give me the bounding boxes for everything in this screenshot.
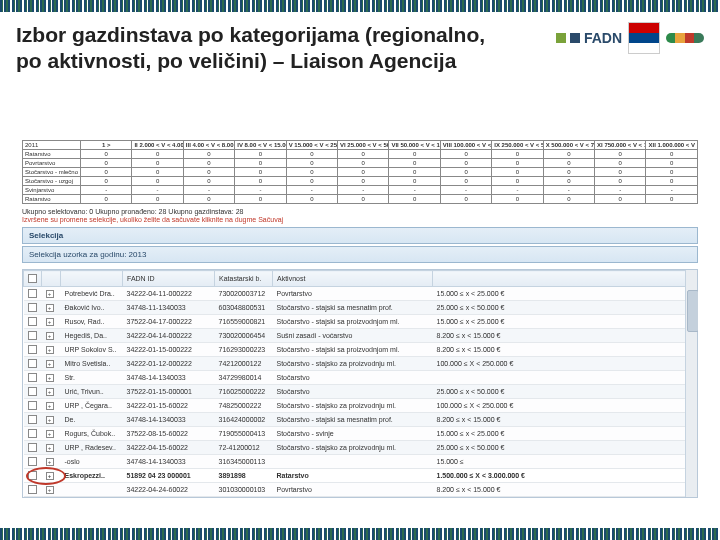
summary-col-header: III 4.00 < V < 8.00 € [183,141,234,150]
summary-row-label: Stočarstvo - uzgoj [23,177,81,186]
col-checkbox[interactable] [24,271,42,287]
row-checkbox[interactable] [24,441,42,455]
row-checkbox[interactable] [24,371,42,385]
summary-cell: 0 [286,195,337,204]
summary-cell: 0 [646,168,698,177]
col-aktivnost[interactable]: Aktivnost [273,271,433,287]
row-checkbox[interactable] [24,455,42,469]
row-expand[interactable]: + [42,399,61,413]
table-row[interactable]: +Hegediš, Da..34222-04-14-00022273002000… [24,329,697,343]
table-row[interactable]: +-oslo34748-14-134003331634500011315.000… [24,455,697,469]
row-expand[interactable]: + [42,329,61,343]
summary-cell: - [338,186,389,195]
summary-row: Svinjarstvo------------ [23,186,698,195]
col-fadn-id[interactable]: FADN ID [123,271,215,287]
summary-row-label: Ratarstvo [23,195,81,204]
table-row[interactable]: +URP , Čegara..34222-01-15-6002274825000… [24,399,697,413]
summary-cell: 0 [595,159,646,168]
summary-cell: - [389,186,440,195]
summary-cell: 0 [286,159,337,168]
table-row[interactable]: +URP , Radesev..34222-04-15-6002272-4120… [24,441,697,455]
summary-cell: 0 [338,177,389,186]
row-expand[interactable]: + [42,287,61,301]
selection-grid: FADN ID Katastarski b. Aktivnost +Potreb… [22,269,698,498]
cell-katastar: 730020003712 [215,287,273,301]
table-row[interactable]: +Str.34748-14-134003334729980014Stočarst… [24,371,697,385]
row-expand[interactable]: + [42,413,61,427]
cell-katastar: 316424000002 [215,413,273,427]
cell-katastar: 74212000122 [215,357,273,371]
summary-col-header: IX 250.000 < V < 500.000 € [492,141,543,150]
row-checkbox[interactable] [24,427,42,441]
row-expand[interactable]: + [42,315,61,329]
selection-panel-header: Selekcija [22,227,698,244]
summary-cell: 0 [492,195,543,204]
summary-cell: 0 [132,168,183,177]
row-checkbox[interactable] [24,413,42,427]
table-row[interactable]: +De.34748-14-1340033316424000002Stočarst… [24,413,697,427]
summary-cell: 0 [389,168,440,177]
table-row[interactable]: +Rogurs, Čubok..37522-08-15-600227190550… [24,427,697,441]
vertical-scrollbar[interactable] [685,270,697,497]
cell-aktivnost: Ratarstvo [273,469,433,483]
selection-grid-header: FADN ID Katastarski b. Aktivnost [24,271,697,287]
table-row[interactable]: +Eskropezzi..51892 04 23 0000013891898Ra… [24,469,697,483]
summary-cell: - [81,186,132,195]
row-checkbox[interactable] [24,301,42,315]
row-checkbox[interactable] [24,469,42,483]
summary-cell: 0 [646,159,698,168]
row-expand[interactable]: + [42,441,61,455]
summary-cell: 0 [492,150,543,159]
summary-cell: 0 [235,159,286,168]
row-expand[interactable]: + [42,343,61,357]
table-row[interactable]: +URP Sokolov S..34222-01-15-000222716293… [24,343,697,357]
row-expand[interactable]: + [42,455,61,469]
table-row[interactable]: +34222-04-24-60022301030000103Povrtarstv… [24,483,697,497]
col-expand [42,271,61,287]
table-row[interactable]: +Rusov, Rad..37522-04-17-000222716559000… [24,315,697,329]
cell-velicina: 25.000 ≤ x < 50.000 € [433,441,697,455]
cell-name: Urić, Trivun.. [61,385,123,399]
cell-aktivnost: Povrtarstvo [273,483,433,497]
summary-cell: - [132,186,183,195]
row-checkbox[interactable] [24,357,42,371]
partner-logo-strip [666,33,704,43]
cell-velicina: 100.000 ≤ X < 250.000 € [433,399,697,413]
col-name[interactable] [61,271,123,287]
col-velicina[interactable] [433,271,697,287]
row-checkbox[interactable] [24,287,42,301]
cell-aktivnost: Stočarstvo - stajski sa proizvodnjom ml. [273,343,433,357]
category-summary-table: 20111 > II 2.000 < V < 4.00 €III 4.00 < … [22,140,698,204]
row-checkbox[interactable] [24,385,42,399]
summary-cell: 0 [235,150,286,159]
summary-row-label: Ratarstvo [23,150,81,159]
row-checkbox[interactable] [24,399,42,413]
summary-cell: 0 [389,150,440,159]
cell-fadn-id: 34222-01-15-000222 [123,343,215,357]
summary-cell: 0 [81,159,132,168]
col-katastar[interactable]: Katastarski b. [215,271,273,287]
summary-row: Povrtarstvo000000000000 [23,159,698,168]
summary-cell: 0 [440,195,491,204]
summary-cell: 0 [389,177,440,186]
cell-katastar: 72-41200012 [215,441,273,455]
row-checkbox[interactable] [24,483,42,497]
table-row[interactable]: +Đaković Ivo..34748-11-13400336030488005… [24,301,697,315]
table-row[interactable]: +Potrebević Dra..34222-04-11-00022273002… [24,287,697,301]
fadn-logo-label: FADN [584,30,622,46]
row-expand[interactable]: + [42,469,61,483]
row-expand[interactable]: + [42,385,61,399]
row-checkbox[interactable] [24,315,42,329]
row-expand[interactable]: + [42,483,61,497]
row-expand[interactable]: + [42,427,61,441]
summary-col-header: V 15.000 < V < 25.000 € [286,141,337,150]
table-row[interactable]: +Urić, Trivun..37522-01-15-0000017160250… [24,385,697,399]
row-checkbox[interactable] [24,329,42,343]
summary-cell: 0 [543,195,594,204]
row-checkbox[interactable] [24,343,42,357]
row-expand[interactable]: + [42,357,61,371]
row-expand[interactable]: + [42,371,61,385]
cell-velicina: 8.200 ≤ x < 15.000 € [433,483,697,497]
table-row[interactable]: +Mitro Svetisla..34222-01-12-00022274212… [24,357,697,371]
row-expand[interactable]: + [42,301,61,315]
